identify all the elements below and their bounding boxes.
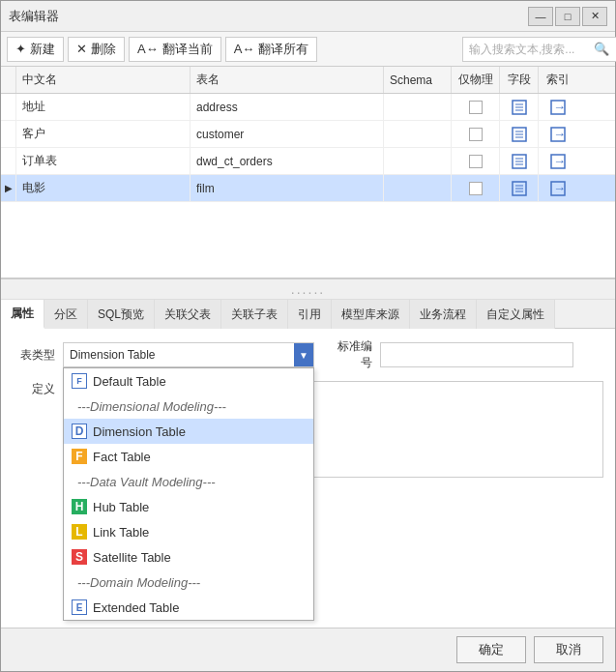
row-cn: 电影 (16, 175, 191, 201)
tab-workflow[interactable]: 业务流程 (410, 300, 477, 329)
row-physical (452, 175, 500, 201)
dimension-icon: D (72, 424, 87, 439)
svg-text:→: → (553, 100, 566, 114)
tab-parent[interactable]: 关联父表 (155, 300, 221, 329)
field-icon[interactable] (510, 179, 529, 198)
dropdown-item-label: Hub Table (93, 500, 149, 514)
row-schema (384, 148, 452, 174)
extended-icon: E (72, 599, 87, 615)
new-icon: ✦ (15, 42, 26, 56)
delete-button[interactable]: ✕ 删除 (68, 37, 125, 62)
table-row[interactable]: ▶ 电影 film → (1, 175, 615, 202)
tab-custom[interactable]: 自定义属性 (477, 300, 555, 329)
dropdown-sep-domain: ---Domain Modeling--- (64, 570, 313, 595)
svg-text:→: → (553, 181, 566, 195)
tab-quote[interactable]: 引用 (288, 300, 332, 329)
titlebar: 表编辑器 — □ ✕ (1, 1, 615, 32)
type-select-value: Dimension Table (70, 348, 156, 362)
th-table-name: 表名 (191, 67, 384, 93)
physical-checkbox[interactable] (469, 182, 483, 195)
table-row[interactable]: 客户 customer → (1, 121, 615, 148)
row-cn: 订单表 (16, 148, 191, 174)
link-icon: L (72, 524, 87, 540)
table-body: 地址 address → 客户 custome (1, 94, 615, 278)
row-arrow (1, 121, 16, 147)
dropdown-item-satellite-table[interactable]: S Satellite Table (64, 544, 313, 570)
row-physical (452, 148, 500, 174)
field-icon[interactable] (510, 152, 529, 171)
close-button[interactable]: ✕ (582, 7, 607, 26)
index-icon[interactable]: → (548, 152, 568, 171)
row-field (500, 121, 539, 147)
translate-current-label: 翻译当前 (162, 41, 213, 58)
physical-checkbox[interactable] (469, 101, 483, 114)
type-label: 表类型 (13, 347, 63, 364)
separator-label: ---Dimensional Modeling--- (77, 399, 226, 414)
cancel-button[interactable]: 取消 (534, 636, 603, 663)
row-physical (452, 121, 500, 147)
type-select[interactable]: Dimension Table ▼ (63, 342, 314, 367)
field-icon[interactable] (510, 125, 529, 144)
confirm-button[interactable]: 确定 (456, 636, 526, 663)
translate-all-label: 翻译所有 (258, 41, 308, 58)
row-arrow: ▶ (1, 175, 16, 201)
tab-partition[interactable]: 分区 (44, 300, 88, 329)
dropdown-item-dimension-table[interactable]: D Dimension Table (64, 419, 313, 444)
row-arrow (1, 94, 16, 120)
search-input[interactable] (462, 37, 616, 62)
translate-current-button[interactable]: A↔ 翻译当前 (129, 37, 221, 62)
new-label: 新建 (30, 41, 55, 58)
separator-label: ---Data Vault Modeling--- (77, 475, 216, 489)
dropdown-item-label: Default Table (93, 374, 166, 389)
row-schema (384, 121, 452, 147)
row-schema (384, 175, 452, 201)
index-icon[interactable]: → (548, 179, 568, 198)
table-area: 中文名 表名 Schema 仅物理 字段 索引 地址 address (1, 67, 615, 279)
row-index: → (539, 175, 577, 201)
row-table: address (191, 94, 384, 120)
tab-sql[interactable]: SQL预览 (88, 300, 155, 329)
type-dropdown: F Default Table ---Dimensional Modeling-… (63, 367, 314, 621)
th-arrow (1, 67, 16, 93)
delete-label: 删除 (91, 41, 116, 58)
table-row[interactable]: 订单表 dwd_ct_orders → (1, 148, 615, 175)
dropdown-item-default-table[interactable]: F Default Table (64, 368, 313, 394)
new-button[interactable]: ✦ 新建 (7, 37, 64, 62)
divider: ...... (1, 279, 615, 300)
table-row[interactable]: 地址 address → (1, 94, 615, 121)
bottom-panel: 属性 分区 SQL预览 关联父表 关联子表 引用 模型库来源 业务流程 自定义属… (1, 300, 615, 628)
dropdown-item-hub-table[interactable]: H Hub Table (64, 494, 313, 519)
footer: 确定 取消 (1, 628, 615, 671)
th-cn-name: 中文名 (16, 67, 191, 93)
dropdown-item-link-table[interactable]: L Link Table (64, 519, 313, 544)
physical-checkbox[interactable] (469, 128, 483, 141)
tab-props[interactable]: 属性 (1, 300, 44, 329)
dropdown-sep-dimensional: ---Dimensional Modeling--- (64, 394, 313, 419)
dropdown-item-label: Dimension Table (93, 424, 186, 439)
row-schema (384, 94, 452, 120)
tab-model[interactable]: 模型库来源 (332, 300, 410, 329)
dropdown-item-extended-table[interactable]: E Extended Table (64, 595, 313, 620)
row-index: → (539, 121, 577, 147)
field-icon[interactable] (510, 98, 529, 117)
dropdown-item-fact-table[interactable]: F Fact Table (64, 444, 313, 469)
dropdown-arrow: ▼ (294, 343, 313, 366)
physical-checkbox[interactable] (469, 155, 483, 168)
minimize-button[interactable]: — (528, 7, 553, 26)
std-num-input[interactable] (380, 342, 573, 367)
tab-child[interactable]: 关联子表 (221, 300, 288, 329)
maximize-button[interactable]: □ (555, 7, 580, 26)
translate-all-button[interactable]: A↔ 翻译所有 (225, 37, 318, 62)
tab-bar: 属性 分区 SQL预览 关联父表 关联子表 引用 模型库来源 业务流程 自定义属… (1, 300, 615, 329)
row-table: customer (191, 121, 384, 147)
separator-label: ---Domain Modeling--- (77, 575, 200, 590)
hub-icon: H (72, 499, 87, 514)
std-label: 标准编号 (330, 338, 380, 371)
default-table-icon: F (72, 373, 87, 389)
type-row: 表类型 Dimension Table ▼ F Default Table --… (13, 338, 603, 371)
index-icon[interactable]: → (548, 125, 568, 144)
delete-icon: ✕ (76, 42, 87, 56)
satellite-icon: S (72, 549, 87, 565)
index-icon[interactable]: → (548, 98, 568, 117)
dropdown-item-label: Link Table (93, 525, 149, 540)
